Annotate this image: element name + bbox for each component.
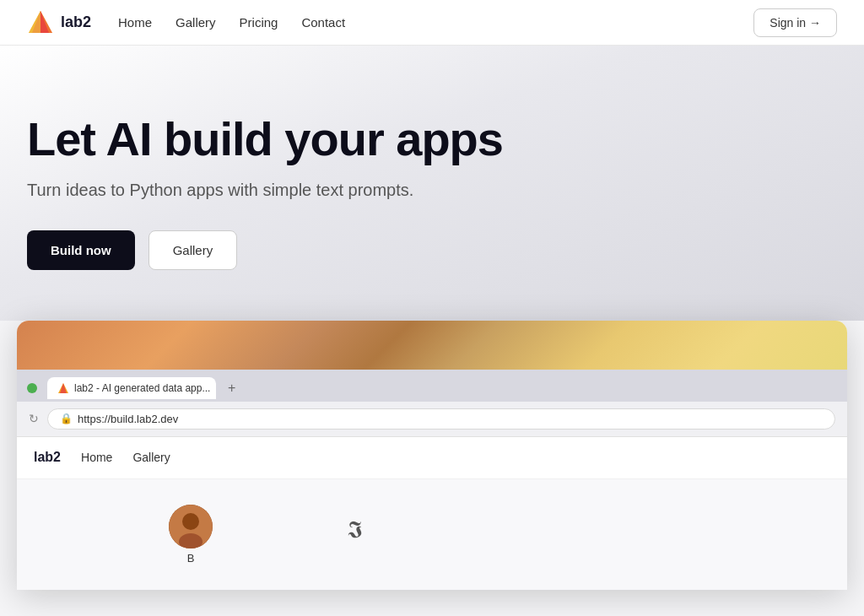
hero-section: Let AI build your apps Turn ideas to Pyt… [0,46,864,321]
nav-link-gallery[interactable]: Gallery [176,15,216,30]
browser-url-security-icon: 🔒 [60,413,73,424]
browser-refresh-icon[interactable]: ↻ [29,412,39,425]
browser-content-cursor-icon: 𝕴 [348,518,362,542]
logo-text: lab2 [61,14,91,31]
browser-addressbar: ↻ 🔒 https://build.lab2.dev [17,402,847,437]
browser-tab-active[interactable]: lab2 - AI generated data app... ✕ [47,377,216,399]
logo[interactable]: lab2 [27,9,91,36]
nav-link-home[interactable]: Home [118,15,152,30]
browser-inner-content: B 𝕴 [17,479,847,590]
svg-marker-3 [29,11,40,33]
navbar: lab2 Home Gallery Pricing Contact Sign i… [0,0,864,46]
browser-mockup: lab2 - AI generated data app... ✕ + ↻ 🔒 … [17,321,847,590]
browser-gradient-bar [17,321,847,370]
browser-tabbar: lab2 - AI generated data app... ✕ + [17,370,847,402]
hero-subtitle: Turn ideas to Python apps with simple te… [27,181,837,200]
nav-links: Home Gallery Pricing Contact [118,15,753,30]
browser-inner-link-home: Home [81,451,112,464]
hero-buttons: Build now Gallery [27,230,837,270]
browser-inner-link-gallery: Gallery [132,451,170,464]
nav-link-pricing[interactable]: Pricing [240,15,278,30]
browser-content-label-b: B [187,552,195,565]
build-now-button[interactable]: Build now [27,230,135,270]
logo-icon [27,9,54,36]
svg-marker-2 [40,11,52,33]
browser-content-avatar [169,505,213,548]
browser-inner-logo: lab2 [34,450,61,465]
browser-tab-add-icon[interactable]: + [223,381,240,396]
svg-point-7 [182,513,199,530]
avatar-image [169,505,213,548]
gallery-button[interactable]: Gallery [148,230,238,270]
hero-title: Let AI build your apps [27,113,837,165]
browser-inner-nav: lab2 Home Gallery [17,437,847,479]
signin-button[interactable]: Sign in → [753,8,837,37]
browser-tab-icon [57,382,69,394]
nav-link-contact[interactable]: Contact [301,15,345,30]
browser-traffic-light [27,383,37,393]
browser-tab-label: lab2 - AI generated data app... [74,382,210,394]
browser-url-box[interactable]: 🔒 https://build.lab2.dev [47,408,835,430]
browser-url-text: https://build.lab2.dev [78,413,178,425]
